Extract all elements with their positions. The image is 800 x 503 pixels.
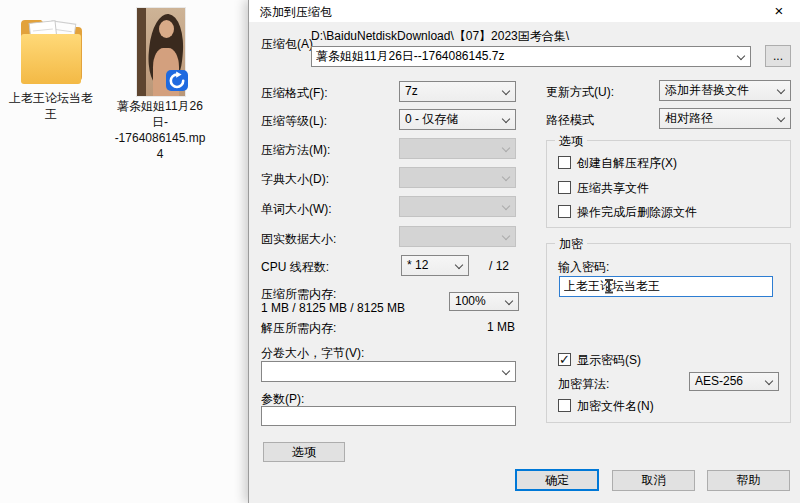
player-badge-icon <box>166 70 188 91</box>
thumb-dark-strip <box>137 8 146 96</box>
chevron-down-icon <box>502 202 510 210</box>
dict-label: 字典大小(D): <box>261 171 329 188</box>
solid-label: 固实数据大小: <box>261 231 336 248</box>
memory-percent-value: 100% <box>455 294 486 308</box>
chevron-down-icon[interactable] <box>777 114 785 122</box>
memory-percent-select[interactable]: 100% <box>449 292 519 311</box>
chevron-down-icon <box>502 173 510 181</box>
chevron-down-icon <box>502 232 510 240</box>
decompress-memory-label: 解压所需内存: <box>261 320 336 337</box>
screen: 上老王论坛当老王 薯条姐姐11月26日--1764086145.mp4 <box>0 0 800 503</box>
password-input[interactable] <box>559 276 773 297</box>
archive-dir-path: D:\BaiduNetdiskDownload\【07】2023国考合集\ <box>311 28 569 45</box>
update-mode-label: 更新方式(U): <box>546 84 614 101</box>
level-select[interactable]: 0 - 仅存储 <box>399 109 516 130</box>
split-size-input[interactable] <box>262 362 495 381</box>
compress-memory-detail: 1 MB / 8125 MB / 8125 MB <box>261 301 405 315</box>
dialog-titlebar[interactable]: 添加到压缩包 × <box>249 0 800 22</box>
close-icon[interactable]: × <box>768 1 790 21</box>
word-select <box>399 196 516 217</box>
parameters-input[interactable] <box>261 406 516 426</box>
archive-label: 压缩包(A) <box>261 36 313 53</box>
format-select[interactable]: 7z <box>399 81 516 102</box>
help-button[interactable]: 帮助 <box>707 470 790 491</box>
checkbox-label: 操作完成后删除源文件 <box>577 204 697 221</box>
encryption-method-select[interactable]: AES-256 <box>689 372 779 391</box>
encryption-group-title: 加密 <box>555 236 587 253</box>
checkbox-label: 加密文件名(N) <box>577 398 654 415</box>
update-mode-select[interactable]: 添加并替换文件 <box>659 80 791 101</box>
encryption-method-value: AES-256 <box>695 374 743 388</box>
cpu-threads-total: / 12 <box>489 259 509 273</box>
decompress-memory-value: 1 MB <box>429 320 515 334</box>
checkbox-label: 压缩共享文件 <box>577 180 649 197</box>
chevron-down-icon[interactable] <box>765 377 773 385</box>
cpu-threads-value: * 12 <box>407 258 428 272</box>
chevron-down-icon[interactable] <box>455 261 463 269</box>
chevron-down-icon[interactable] <box>502 115 510 123</box>
split-size-label: 分卷大小，字节(V): <box>261 345 364 362</box>
browse-button[interactable]: ... <box>765 45 791 67</box>
level-value: 0 - 仅存储 <box>405 112 458 126</box>
checkbox-box[interactable] <box>558 156 571 169</box>
archive-name-combo[interactable] <box>311 46 751 67</box>
checkbox-label: 创建自解压程序(X) <box>577 155 677 172</box>
update-mode-value: 添加并替换文件 <box>665 83 749 97</box>
folder-label[interactable]: 上老王论坛当老王 <box>7 90 95 122</box>
checkbox-box[interactable] <box>558 353 571 366</box>
cpu-threads-select[interactable]: * 12 <box>401 255 469 276</box>
path-mode-value: 相对路径 <box>665 111 713 125</box>
chevron-down-icon[interactable] <box>505 297 513 305</box>
dict-select <box>399 167 516 188</box>
format-value: 7z <box>405 84 418 98</box>
method-select <box>399 138 516 159</box>
options-group-title: 选项 <box>555 133 587 150</box>
cancel-button[interactable]: 取消 <box>612 470 695 491</box>
thumb-face <box>159 20 174 38</box>
word-label: 单词大小(W): <box>261 201 332 218</box>
checkbox-box[interactable] <box>558 205 571 218</box>
chevron-down-icon <box>502 144 510 152</box>
chevron-down-icon[interactable] <box>502 87 510 95</box>
add-to-archive-dialog: 添加到压缩包 × 压缩包(A) D:\BaiduNetdiskDownload\… <box>248 0 800 503</box>
solid-select <box>399 226 516 247</box>
path-mode-label: 路径模式 <box>546 112 594 129</box>
video-label[interactable]: 薯条姐姐11月26日--1764086145.mp4 <box>112 98 208 162</box>
desktop: 上老王论坛当老王 薯条姐姐11月26日--1764086145.mp4 <box>0 0 248 503</box>
level-label: 压缩等级(L): <box>261 113 327 130</box>
split-size-combo[interactable] <box>261 361 516 382</box>
options-button[interactable]: 选项 <box>263 442 345 462</box>
cpu-threads-label: CPU 线程数: <box>261 259 329 276</box>
folder-icon[interactable] <box>18 10 84 88</box>
path-mode-select[interactable]: 相对路径 <box>659 108 791 129</box>
format-label: 压缩格式(F): <box>261 85 328 102</box>
checkbox-label: 显示密码(S) <box>577 352 641 369</box>
chevron-down-icon[interactable] <box>737 52 745 60</box>
checkbox-box[interactable] <box>558 181 571 194</box>
dialog-title: 添加到压缩包 <box>260 4 332 21</box>
chevron-down-icon[interactable] <box>502 367 510 375</box>
ok-button[interactable]: 确定 <box>515 469 599 491</box>
archive-name-input[interactable] <box>312 47 730 66</box>
checkbox-box[interactable] <box>558 399 571 412</box>
method-label: 压缩方法(M): <box>261 142 330 159</box>
encryption-method-label: 加密算法: <box>558 376 609 393</box>
chevron-down-icon[interactable] <box>777 86 785 94</box>
password-label: 输入密码: <box>558 259 609 276</box>
ibeam-cursor <box>604 279 614 295</box>
